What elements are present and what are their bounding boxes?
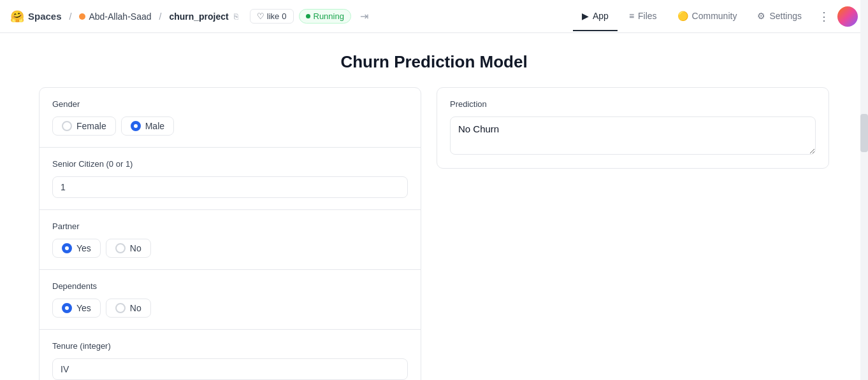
dependents-radio-group: Yes No xyxy=(52,299,408,318)
partner-yes-radio xyxy=(62,243,72,253)
page-title-wrap: Churn Prediction Model xyxy=(0,33,868,87)
tab-files[interactable]: ≡ Files xyxy=(620,2,666,31)
heart-icon: ♡ xyxy=(257,11,264,21)
breadcrumb-repo[interactable]: churn_project xyxy=(169,11,228,22)
scrollbar-thumb[interactable] xyxy=(860,114,868,152)
breadcrumb-separator: / xyxy=(159,11,162,22)
prediction-label: Prediction xyxy=(450,99,816,109)
dependents-yes-label: Yes xyxy=(76,303,91,313)
dependents-no-radio xyxy=(115,303,126,313)
partner-yes-label: Yes xyxy=(76,243,91,253)
breadcrumb-divider: / xyxy=(69,11,72,22)
partner-radio-group: Yes No xyxy=(52,239,408,258)
input-panel: Gender Female Male Senior Citizen (0 or … xyxy=(39,87,421,380)
like-count: 0 xyxy=(282,11,286,21)
running-label: Running xyxy=(314,11,344,21)
nav-left: 🤗 Spaces / Abd-Allah-Saad / churn_projec… xyxy=(10,9,573,24)
senior-citizen-section: Senior Citizen (0 or 1) xyxy=(40,148,421,210)
nav-right: ▶ App ≡ Files 🟡 Community ⚙ Settings ⋮ xyxy=(573,2,858,31)
settings-tab-icon: ⚙ xyxy=(757,11,765,21)
gender-label: Gender xyxy=(52,99,408,109)
running-status-badge: Running xyxy=(299,9,351,24)
files-tab-icon: ≡ xyxy=(629,11,634,21)
partner-label: Partner xyxy=(52,222,408,231)
gender-radio-group: Female Male xyxy=(52,116,408,136)
dependents-label: Dependents xyxy=(52,281,408,291)
tab-community[interactable]: 🟡 Community xyxy=(669,2,746,31)
dependents-no-label: No xyxy=(130,303,141,313)
gender-female-label: Female xyxy=(76,121,106,131)
tenure-input[interactable] xyxy=(52,358,408,380)
partner-section: Partner Yes No xyxy=(40,210,421,270)
user-dot-icon xyxy=(79,13,85,20)
spaces-logo[interactable]: 🤗 Spaces xyxy=(10,10,62,24)
gender-female-option[interactable]: Female xyxy=(52,116,116,136)
gender-female-radio xyxy=(62,121,72,131)
prediction-output[interactable] xyxy=(450,116,816,155)
page-title: Churn Prediction Model xyxy=(0,52,868,72)
partner-no-radio xyxy=(115,243,126,253)
dependents-yes-radio xyxy=(62,303,72,313)
breadcrumb-username: Abd-Allah-Saad xyxy=(89,11,151,22)
community-tab-icon: 🟡 xyxy=(677,11,688,21)
dependents-no-option[interactable]: No xyxy=(106,299,151,318)
tab-app[interactable]: ▶ App xyxy=(573,2,618,31)
scrollbar-track[interactable] xyxy=(860,0,868,380)
gender-section: Gender Female Male xyxy=(40,88,421,148)
gender-male-option[interactable]: Male xyxy=(121,116,174,136)
spaces-label: Spaces xyxy=(28,11,62,22)
top-navigation: 🤗 Spaces / Abd-Allah-Saad / churn_projec… xyxy=(0,0,868,33)
content-area: Gender Female Male Senior Citizen (0 or … xyxy=(13,87,855,380)
avatar[interactable] xyxy=(837,6,858,27)
tenure-section: Tenure (integer) xyxy=(40,330,421,380)
embed-icon[interactable]: ⇥ xyxy=(360,10,368,22)
dependents-yes-option[interactable]: Yes xyxy=(52,299,101,318)
senior-citizen-input[interactable] xyxy=(52,176,408,198)
partner-no-option[interactable]: No xyxy=(106,239,151,258)
dependents-section: Dependents Yes No xyxy=(40,270,421,330)
gender-male-radio xyxy=(131,121,141,131)
spaces-emoji-icon: 🤗 xyxy=(10,10,24,24)
partner-yes-option[interactable]: Yes xyxy=(52,239,101,258)
tab-settings[interactable]: ⚙ Settings xyxy=(748,2,811,31)
settings-tab-label: Settings xyxy=(769,11,802,21)
prediction-panel: Prediction xyxy=(437,87,829,169)
copy-icon[interactable]: ⎘ xyxy=(234,12,238,21)
like-label: like xyxy=(267,11,280,21)
senior-citizen-label: Senior Citizen (0 or 1) xyxy=(52,159,408,169)
breadcrumb-user[interactable]: Abd-Allah-Saad xyxy=(79,11,151,22)
running-dot-icon xyxy=(306,14,310,18)
gender-male-label: Male xyxy=(145,121,164,131)
app-tab-icon: ▶ xyxy=(582,11,589,21)
like-button[interactable]: ♡ like 0 xyxy=(250,9,294,24)
community-tab-label: Community xyxy=(692,11,737,21)
app-tab-label: App xyxy=(593,11,609,21)
tenure-label: Tenure (integer) xyxy=(52,341,408,351)
files-tab-label: Files xyxy=(638,11,657,21)
partner-no-label: No xyxy=(130,243,141,253)
more-options-button[interactable]: ⋮ xyxy=(813,6,835,27)
